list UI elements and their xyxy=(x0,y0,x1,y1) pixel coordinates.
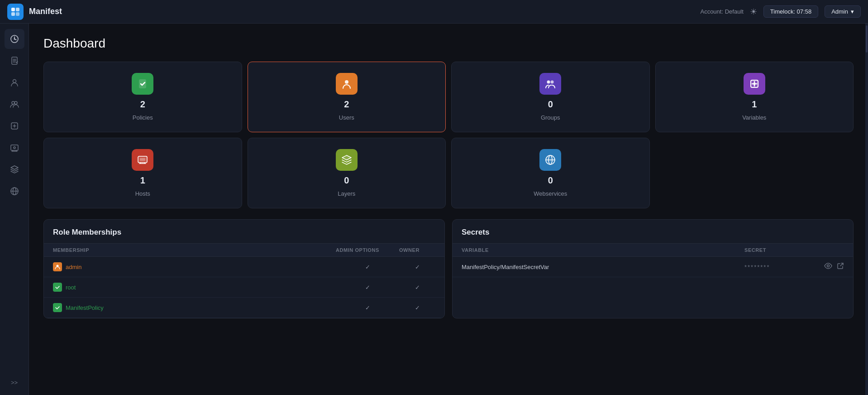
svg-rect-3 xyxy=(16,12,19,16)
table-row: root ✓ ✓ xyxy=(44,277,444,298)
root-icon xyxy=(53,283,62,292)
table-row: ManifestPolicy/ManifestSecretVar *******… xyxy=(453,257,853,277)
users-count: 2 xyxy=(344,99,349,110)
svg-point-16 xyxy=(345,80,348,84)
main-content: Dashboard 2 Policies xyxy=(29,24,868,395)
groups-icon xyxy=(539,73,561,95)
sidebar-item-groups[interactable] xyxy=(5,94,24,114)
secret-value: ******** xyxy=(744,264,817,270)
sidebar-item-policies[interactable] xyxy=(5,51,24,71)
root-owner-check: ✓ xyxy=(399,284,435,291)
sidebar-item-dashboard[interactable] xyxy=(5,29,24,49)
membership-col-header: Membership xyxy=(53,247,336,253)
sidebar-item-hosts[interactable] xyxy=(5,138,24,158)
hosts-icon xyxy=(132,149,153,171)
scrollbar-track xyxy=(865,24,868,395)
svg-rect-15 xyxy=(139,79,146,88)
app-title: Manifest xyxy=(29,7,695,16)
member-admin: admin xyxy=(53,262,336,271)
svg-point-5 xyxy=(14,39,15,40)
variables-icon xyxy=(744,73,765,95)
table-row: admin ✓ ✓ xyxy=(44,257,444,277)
stat-card-webservices[interactable]: 0 Webservices xyxy=(451,138,650,208)
chevron-down-icon: ▾ xyxy=(851,8,854,15)
groups-label: Groups xyxy=(541,114,560,121)
admin-options-col-header: Admin Options xyxy=(336,247,399,253)
view-secret-icon[interactable] xyxy=(824,263,832,271)
open-secret-icon[interactable] xyxy=(837,262,844,271)
stat-card-hosts[interactable]: 1 Hosts xyxy=(43,138,242,208)
admin-label: Admin xyxy=(831,8,848,15)
policies-count: 2 xyxy=(140,99,145,110)
groups-count: 0 xyxy=(548,99,553,110)
svg-rect-1 xyxy=(16,8,19,11)
role-memberships-panel: Role Memberships Membership Admin Option… xyxy=(43,219,445,318)
policies-label: Policies xyxy=(133,114,153,121)
variable-col-header: Variable xyxy=(462,247,744,253)
stat-card-variables[interactable]: 1 Variables xyxy=(655,62,854,132)
svg-point-9 xyxy=(14,101,17,104)
webservices-label: Webservices xyxy=(534,190,567,197)
sidebar-item-variables[interactable] xyxy=(5,116,24,136)
stat-cards-row1: 2 Policies 2 Users xyxy=(43,62,854,132)
users-label: Users xyxy=(339,114,354,121)
stat-card-users[interactable]: 2 Users xyxy=(248,62,446,132)
admin-name: admin xyxy=(66,264,81,270)
stat-card-layers[interactable]: 0 Layers xyxy=(248,138,446,208)
variables-label: Variables xyxy=(742,114,766,121)
svg-rect-2 xyxy=(11,12,15,16)
stat-card-groups[interactable]: 0 Groups xyxy=(451,62,650,132)
timelock-button[interactable]: Timelock: 07:58 xyxy=(763,5,818,18)
svg-rect-0 xyxy=(11,8,15,11)
root-name: root xyxy=(66,284,76,291)
sidebar-bottom: >> xyxy=(5,375,24,390)
hosts-count: 1 xyxy=(140,175,145,186)
member-root: root xyxy=(53,283,336,292)
svg-point-17 xyxy=(547,81,550,84)
users-icon xyxy=(336,73,358,95)
main-layout: >> Dashboard 2 Policies xyxy=(0,24,868,395)
sidebar-item-users[interactable] xyxy=(5,72,24,92)
secret-actions xyxy=(817,262,844,271)
owner-col-header: Owner xyxy=(399,247,435,253)
svg-point-20 xyxy=(753,83,755,85)
svg-point-26 xyxy=(827,265,830,267)
membership-table-header: Membership Admin Options Owner xyxy=(44,243,444,257)
admin-menu-button[interactable]: Admin ▾ xyxy=(825,5,861,18)
webservices-icon xyxy=(539,149,561,171)
role-memberships-title: Role Memberships xyxy=(44,220,444,243)
bottom-panels: Role Memberships Membership Admin Option… xyxy=(43,219,854,318)
secrets-title: Secrets xyxy=(453,220,853,243)
manifestpolicy-admin-check: ✓ xyxy=(336,304,399,311)
webservices-count: 0 xyxy=(548,175,553,186)
page-title: Dashboard xyxy=(43,36,854,51)
topbar: Manifest Account: Default ☀ Timelock: 07… xyxy=(0,0,868,24)
sidebar: >> xyxy=(0,24,29,395)
layers-icon xyxy=(336,149,358,171)
policies-icon xyxy=(132,73,153,95)
theme-toggle-icon[interactable]: ☀ xyxy=(750,7,757,17)
svg-rect-11 xyxy=(11,145,18,150)
manifestpolicy-owner-check: ✓ xyxy=(399,304,435,311)
variables-count: 1 xyxy=(752,99,757,110)
stat-cards-row2: 1 Hosts 0 Layers xyxy=(43,138,854,208)
svg-point-7 xyxy=(13,80,16,83)
stat-card-policies[interactable]: 2 Policies xyxy=(43,62,242,132)
svg-point-18 xyxy=(551,81,554,84)
layers-count: 0 xyxy=(344,175,349,186)
hosts-label: Hosts xyxy=(135,190,150,197)
sidebar-collapse-button[interactable]: >> xyxy=(5,375,24,390)
svg-rect-22 xyxy=(140,158,145,161)
sidebar-item-webservices[interactable] xyxy=(5,181,24,201)
manifestpolicy-name: ManifestPolicy xyxy=(66,304,104,311)
secret-variable-name: ManifestPolicy/ManifestSecretVar xyxy=(462,264,744,270)
admin-owner-check: ✓ xyxy=(399,264,435,270)
admin-icon xyxy=(53,262,62,271)
topbar-right: Account: Default ☀ Timelock: 07:58 Admin… xyxy=(700,5,861,18)
account-label: Account: Default xyxy=(700,8,743,15)
sidebar-item-layers[interactable] xyxy=(5,159,24,179)
secrets-panel: Secrets Variable Secret ManifestPolicy/M… xyxy=(452,219,854,318)
scrollbar-thumb[interactable] xyxy=(866,25,868,53)
app-logo xyxy=(7,4,24,20)
row2-placeholder xyxy=(655,138,854,208)
